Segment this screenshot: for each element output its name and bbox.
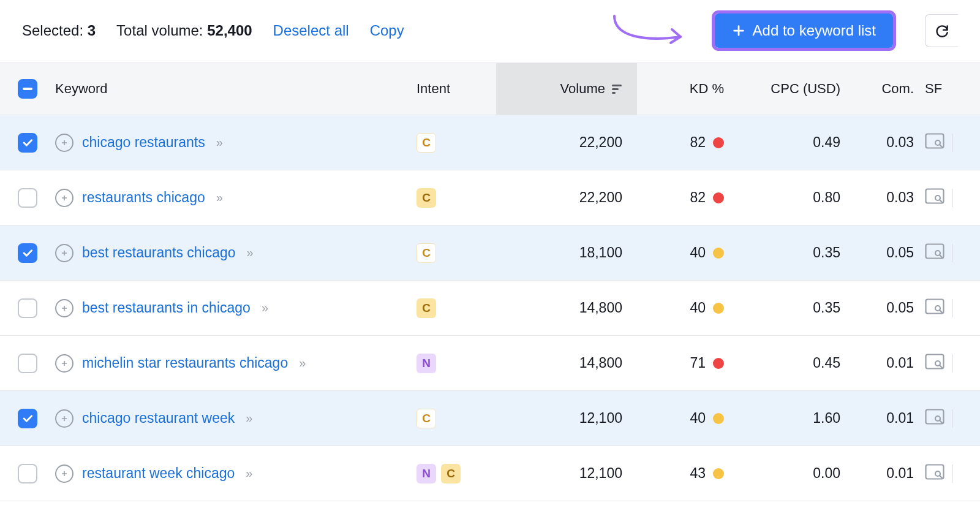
serp-preview-icon[interactable] [925, 298, 944, 318]
row-checkbox[interactable] [18, 354, 37, 373]
svg-line-5 [940, 145, 942, 147]
header-volume[interactable]: Volume [496, 63, 637, 115]
com-cell: 0.01 [851, 465, 925, 482]
divider [952, 299, 952, 317]
kd-difficulty-dot [713, 468, 724, 479]
cpc-cell: 0.00 [735, 465, 851, 482]
intent-badge[interactable]: N [417, 354, 436, 373]
toolbar: Selected: 3 Total volume: 52,400 Deselec… [0, 0, 980, 63]
kd-value: 71 [690, 355, 706, 371]
select-all-checkbox[interactable] [18, 79, 37, 99]
add-to-keyword-list-button[interactable]: Add to keyword list [715, 13, 893, 48]
keyword-link[interactable]: chicago restaurant week [82, 410, 235, 426]
divider [952, 189, 952, 207]
selected-label: Selected: 3 [22, 22, 96, 39]
volume-cell: 22,200 [496, 134, 637, 151]
serp-preview-icon[interactable] [925, 188, 944, 208]
table-header: Keyword Intent Volume KD % CPC (USD) Com… [0, 63, 980, 115]
deselect-all-link[interactable]: Deselect all [273, 22, 349, 39]
header-intent[interactable]: Intent [417, 81, 496, 97]
serp-preview-icon[interactable] [925, 354, 944, 373]
chevron-right-icon: » [216, 135, 222, 150]
total-volume-label: Total volume: 52,400 [116, 22, 252, 39]
refresh-button[interactable] [925, 14, 958, 47]
volume-cell: 18,100 [496, 245, 637, 261]
intent-badge[interactable]: N [417, 464, 436, 483]
chevron-right-icon: » [246, 411, 251, 425]
expand-icon[interactable] [55, 409, 74, 428]
header-keyword[interactable]: Keyword [55, 81, 417, 97]
intent-badge[interactable]: C [417, 409, 436, 428]
expand-icon[interactable] [55, 354, 74, 373]
svg-rect-2 [612, 92, 616, 94]
kd-value: 82 [690, 134, 706, 151]
selected-label-text: Selected: [22, 22, 83, 39]
header-sf[interactable]: SF [925, 81, 980, 97]
keyword-link[interactable]: restaurants chicago [82, 189, 205, 206]
row-checkbox[interactable] [18, 409, 37, 428]
table-row: michelin star restaurants chicago »N14,8… [0, 336, 980, 391]
keyword-link[interactable]: michelin star restaurants chicago [82, 355, 288, 371]
total-volume-value: 52,400 [207, 22, 252, 39]
intent-badge[interactable]: C [417, 133, 436, 153]
row-checkbox[interactable] [18, 188, 37, 208]
kd-difficulty-dot [713, 248, 724, 259]
svg-rect-1 [612, 88, 619, 90]
kd-value: 40 [690, 245, 706, 261]
com-cell: 0.03 [851, 189, 925, 206]
com-cell: 0.05 [851, 245, 925, 261]
copy-link[interactable]: Copy [370, 22, 404, 39]
kd-difficulty-dot [713, 137, 724, 148]
table-row: best restaurants chicago »C18,100400.350… [0, 226, 980, 281]
table-row: chicago restaurant week »C12,100401.600.… [0, 391, 980, 446]
svg-line-14 [940, 310, 942, 313]
kd-difficulty-dot [713, 413, 724, 424]
expand-icon[interactable] [55, 244, 74, 262]
keyword-link[interactable]: best restaurants in chicago [82, 300, 251, 316]
svg-line-20 [940, 420, 942, 423]
selected-count: 3 [88, 22, 96, 39]
com-cell: 0.03 [851, 134, 925, 151]
cpc-cell: 0.80 [735, 189, 851, 206]
serp-preview-icon[interactable] [925, 409, 944, 428]
serp-preview-icon[interactable] [925, 133, 944, 153]
expand-icon[interactable] [55, 134, 74, 152]
intent-badge[interactable]: C [417, 188, 436, 208]
intent-badge[interactable]: C [417, 298, 436, 318]
cpc-cell: 0.49 [735, 134, 851, 151]
serp-preview-icon[interactable] [925, 464, 944, 483]
row-checkbox[interactable] [18, 133, 37, 153]
row-checkbox[interactable] [18, 243, 37, 263]
row-checkbox[interactable] [18, 298, 37, 318]
header-cpc[interactable]: CPC (USD) [735, 81, 851, 97]
svg-line-11 [940, 255, 942, 257]
kd-value: 43 [690, 465, 706, 482]
intent-badge[interactable]: C [417, 243, 436, 263]
serp-preview-icon[interactable] [925, 243, 944, 263]
header-kd[interactable]: KD % [637, 81, 735, 97]
svg-line-17 [940, 365, 942, 368]
keyword-link[interactable]: chicago restaurants [82, 134, 205, 151]
sort-desc-icon [611, 83, 622, 94]
header-volume-label: Volume [560, 81, 605, 97]
header-com[interactable]: Com. [851, 81, 925, 97]
keyword-table: Keyword Intent Volume KD % CPC (USD) Com… [0, 63, 980, 501]
total-volume-text: Total volume: [116, 22, 203, 39]
kd-value: 40 [690, 300, 706, 316]
table-row: restaurant week chicago »NC12,100430.000… [0, 446, 980, 501]
divider [952, 354, 952, 373]
refresh-icon [934, 23, 950, 39]
volume-cell: 14,800 [496, 355, 637, 371]
keyword-link[interactable]: restaurant week chicago [82, 465, 235, 482]
divider [952, 134, 952, 152]
divider [952, 244, 952, 262]
intent-badge[interactable]: C [441, 464, 461, 483]
volume-cell: 22,200 [496, 189, 637, 206]
keyword-link[interactable]: best restaurants chicago [82, 245, 236, 261]
expand-icon[interactable] [55, 464, 74, 483]
expand-icon[interactable] [55, 189, 74, 207]
row-checkbox[interactable] [18, 464, 37, 483]
cpc-cell: 0.35 [735, 300, 851, 316]
expand-icon[interactable] [55, 299, 74, 317]
divider [952, 409, 952, 428]
